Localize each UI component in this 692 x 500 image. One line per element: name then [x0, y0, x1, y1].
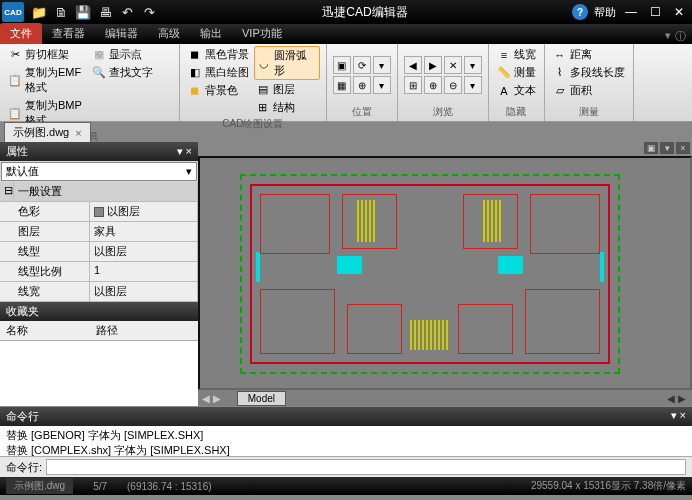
fav-col-name[interactable]: 名称: [0, 321, 90, 340]
prop-val-ltscale[interactable]: 1: [90, 262, 198, 281]
app-logo-icon: CAD: [2, 2, 24, 22]
model-space-tab[interactable]: Model: [237, 391, 286, 406]
prop-val-layer[interactable]: 家具: [90, 222, 198, 241]
status-coords: (69136.74 : 15316): [127, 481, 212, 492]
btn-black-bg[interactable]: ◼黑色背景: [186, 46, 252, 63]
favorites-list: [0, 341, 198, 406]
tab-viewer[interactable]: 查看器: [42, 23, 95, 44]
search-icon: 🔍: [92, 66, 106, 80]
prop-val-linetype[interactable]: 以图层: [90, 242, 198, 261]
prop-section[interactable]: 一般设置: [14, 182, 198, 201]
btn-linewidth[interactable]: ≡线宽: [495, 46, 538, 63]
nav-btn-7[interactable]: ⊖: [444, 76, 462, 94]
canvas-close-icon[interactable]: ×: [676, 142, 690, 154]
document-tab-close-icon[interactable]: ×: [75, 127, 81, 139]
polyline-icon: ⌇: [553, 66, 567, 80]
pos-btn-3[interactable]: ▾: [373, 56, 391, 74]
document-tab[interactable]: 示例图.dwg ×: [4, 122, 91, 142]
btn-measure[interactable]: 📏测量: [495, 64, 538, 81]
qat-open-icon[interactable]: 📁: [30, 3, 48, 21]
favorites-panel-header: 收藏夹: [0, 302, 198, 321]
group-measure-label: 测量: [551, 104, 627, 119]
ribbon-minimize-icon[interactable]: ▾: [665, 29, 671, 44]
btn-area[interactable]: ▱面积: [551, 82, 627, 99]
group-browse-label: 浏览: [404, 104, 482, 119]
bw-icon: ◧: [188, 66, 202, 80]
drawing-canvas[interactable]: [198, 156, 692, 390]
properties-panel-header: 属性▾ ×: [0, 142, 198, 161]
tab-vip[interactable]: VIP功能: [232, 23, 292, 44]
nav-btn-4[interactable]: ▾: [464, 56, 482, 74]
tab-file[interactable]: 文件: [0, 23, 42, 44]
tab-advanced[interactable]: 高级: [148, 23, 190, 44]
properties-combo[interactable]: 默认值▾: [1, 162, 197, 181]
group-cad-label: CAD绘图设置: [186, 116, 320, 131]
pos-btn-6[interactable]: ▾: [373, 76, 391, 94]
pos-btn-4[interactable]: ▦: [333, 76, 351, 94]
command-input[interactable]: [46, 459, 686, 475]
prop-key-color: 色彩: [0, 202, 90, 221]
maximize-button[interactable]: ☐: [646, 3, 664, 21]
window-title: 迅捷CAD编辑器: [158, 4, 572, 21]
pos-btn-1[interactable]: ▣: [333, 56, 351, 74]
nav-btn-1[interactable]: ◀: [404, 56, 422, 74]
nav-btn-8[interactable]: ▾: [464, 76, 482, 94]
btn-smooth-arc[interactable]: ◡圆滑弧形: [254, 46, 320, 80]
qat-redo-icon[interactable]: ↷: [140, 3, 158, 21]
text-icon: A: [497, 84, 511, 98]
btn-cut-frame[interactable]: ✂剪切框架: [6, 46, 88, 63]
btn-find-text[interactable]: 🔍查找文字: [90, 64, 172, 81]
scissors-icon: ✂: [8, 48, 22, 62]
prop-key-ltscale: 线型比例: [0, 262, 90, 281]
canvas-tool-1[interactable]: ▣: [644, 142, 658, 154]
ribbon-help-icon[interactable]: ⓘ: [675, 29, 686, 44]
btn-bg-color[interactable]: ◼背景色: [186, 82, 252, 99]
chevron-down-icon: ▾: [186, 165, 192, 178]
qat-save-icon[interactable]: 💾: [74, 3, 92, 21]
line-icon: ≡: [497, 48, 511, 62]
copy-icon: 📋: [8, 73, 22, 87]
nav-btn-6[interactable]: ⊕: [424, 76, 442, 94]
pos-btn-5[interactable]: ⊕: [353, 76, 371, 94]
qat-new-icon[interactable]: 🗎: [52, 3, 70, 21]
structure-icon: ⊞: [256, 101, 270, 115]
btn-polyline-len[interactable]: ⌇多段线长度: [551, 64, 627, 81]
canvas-tool-2[interactable]: ▾: [660, 142, 674, 154]
prop-val-color[interactable]: 以图层: [90, 202, 198, 221]
nav-btn-5[interactable]: ⊞: [404, 76, 422, 94]
area-icon: ▱: [553, 84, 567, 98]
close-button[interactable]: ✕: [670, 3, 688, 21]
command-prompt-label: 命令行:: [6, 460, 42, 475]
prop-val-lineweight[interactable]: 以图层: [90, 282, 198, 301]
help-icon[interactable]: ?: [572, 4, 588, 20]
btn-remove-raster: ▦移除光栅: [90, 46, 139, 62]
minimize-button[interactable]: —: [622, 3, 640, 21]
help-label[interactable]: 帮助: [594, 5, 616, 20]
command-panel-header: 命令行▾ ×: [0, 407, 692, 426]
prop-key-lineweight: 线宽: [0, 282, 90, 301]
bg-icon: ◼: [188, 48, 202, 62]
tab-editor[interactable]: 编辑器: [95, 23, 148, 44]
tab-output[interactable]: 输出: [190, 23, 232, 44]
btn-bw-draw[interactable]: ◧黑白绘图: [186, 64, 252, 81]
qat-undo-icon[interactable]: ↶: [118, 3, 136, 21]
btn-copy-emf[interactable]: 📋复制为EMF格式: [6, 64, 88, 96]
status-page: 5/7: [93, 481, 107, 492]
qat-print-icon[interactable]: 🖶: [96, 3, 114, 21]
btn-structure[interactable]: ⊞结构: [254, 99, 320, 116]
document-tab-label: 示例图.dwg: [13, 125, 69, 140]
nav-btn-3[interactable]: ✕: [444, 56, 462, 74]
btn-distance[interactable]: ↔距离: [551, 46, 627, 63]
status-zoom: 29559.04 x 15316显示 7.38倍/像素: [531, 479, 686, 493]
pos-btn-2[interactable]: ⟳: [353, 56, 371, 74]
fav-col-path[interactable]: 路径: [90, 321, 124, 340]
btn-layers[interactable]: ▤图层: [254, 81, 320, 98]
distance-icon: ↔: [553, 48, 567, 62]
prop-key-linetype: 线型: [0, 242, 90, 261]
copy-icon: 📋: [8, 106, 22, 120]
prop-key-layer: 图层: [0, 222, 90, 241]
group-position-label: 位置: [333, 104, 391, 119]
arc-icon: ◡: [257, 56, 271, 70]
btn-text[interactable]: A文本: [495, 82, 538, 99]
nav-btn-2[interactable]: ▶: [424, 56, 442, 74]
